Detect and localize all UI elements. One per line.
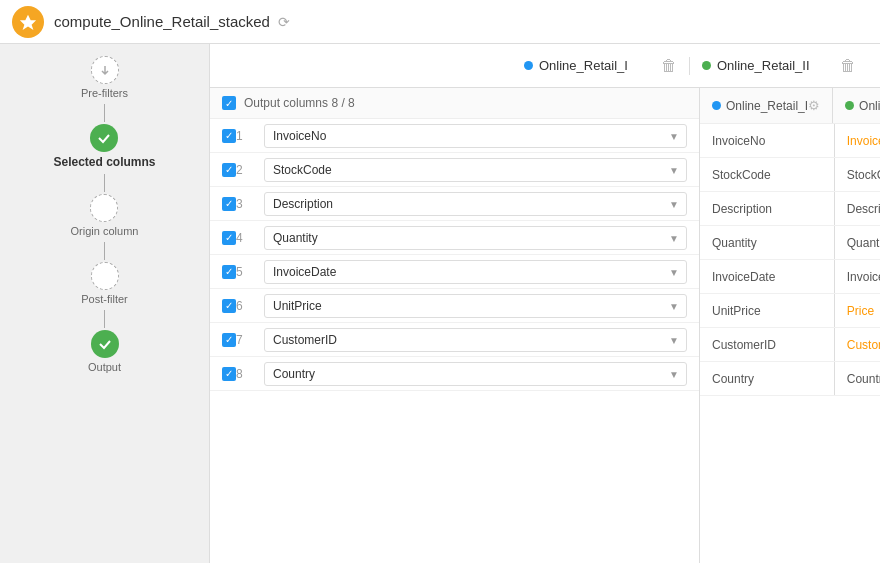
row-2-select[interactable]: StockCode [264,158,687,182]
sidebar-item-post-filter[interactable]: Post-filter [81,262,127,308]
dataset-dot-green [702,61,711,70]
mapping-cell-left-4: InvoiceDate [700,270,834,284]
column-count: Output columns 8 / 8 [244,96,355,110]
row-8-num: 8 [236,367,256,381]
dataset-left-header: Online_Retail_I 🗑 [512,57,690,75]
row-4-select[interactable]: Quantity [264,226,687,250]
trash-icon-right[interactable]: 🗑 [840,57,856,75]
list-item: InvoiceNo Invoice [700,124,880,158]
content-area: Output columns 8 / 8 1 InvoiceNo ▼ [210,88,880,563]
main-content: Online_Retail_I 🗑 Online_Retail_II 🗑 Out… [210,44,880,563]
columns-list: 1 InvoiceNo ▼ 2 [210,119,699,563]
dataset-header-row: Online_Retail_I 🗑 Online_Retail_II 🗑 [210,44,880,88]
pre-filters-circle [91,56,119,84]
selected-columns-circle [90,124,118,152]
table-row: 7 CustomerID ▼ [210,323,699,357]
sidebar-item-origin-column[interactable]: Origin column [71,194,139,240]
row-2-num: 2 [236,163,256,177]
list-item: CustomerID Customer ID [700,328,880,362]
row-1-select[interactable]: InvoiceNo [264,124,687,148]
row-8-checkbox[interactable] [222,367,236,381]
columns-panel: Output columns 8 / 8 1 InvoiceNo ▼ [210,88,700,563]
trash-icon-left[interactable]: 🗑 [661,57,677,75]
dataset-name-right: Online_Retail_II [717,58,810,73]
post-filter-circle [91,262,119,290]
mapping-cell-left-7: Country [700,372,834,386]
post-filter-label: Post-filter [81,293,127,305]
sync-icon[interactable]: ⟳ [278,14,290,30]
svg-marker-0 [20,14,36,29]
app-header: compute_Online_Retail_stacked ⟳ [0,0,880,44]
table-row: 5 InvoiceDate ▼ [210,255,699,289]
mapping-cell-right-4: InvoiceDate [835,270,880,284]
list-item: Quantity Quantity [700,226,880,260]
mapping-cell-right-0: Invoice [835,134,880,148]
sidebar-item-selected-columns[interactable]: Selected columns [53,124,155,172]
row-5-num: 5 [236,265,256,279]
sidebar-item-output[interactable]: Output [88,330,121,376]
mapping-dot-green [845,101,854,110]
row-2-checkbox[interactable] [222,163,236,177]
main-layout: Pre-filters Selected columns Origin colu… [0,44,880,563]
row-6-checkbox[interactable] [222,299,236,313]
row-6-num: 6 [236,299,256,313]
pre-filters-label: Pre-filters [81,87,128,99]
row-3-select-wrap: Description ▼ [264,192,687,216]
mapping-cell-right-6: Customer ID [835,338,880,352]
check-icon [97,131,111,145]
dataset-right-header: Online_Retail_II 🗑 [690,57,868,75]
connector-4 [104,310,105,328]
row-7-select[interactable]: CustomerID [264,328,687,352]
mapping-cell-left-5: UnitPrice [700,304,834,318]
row-4-checkbox[interactable] [222,231,236,245]
row-1-num: 1 [236,129,256,143]
page-title: compute_Online_Retail_stacked [54,13,270,30]
list-item: Country Country [700,362,880,396]
list-item: Description Description [700,192,880,226]
sidebar: Pre-filters Selected columns Origin colu… [0,44,210,563]
connector-3 [104,242,105,260]
select-all-checkbox[interactable] [222,96,236,110]
mapping-col2-label: Online_Retail_II [859,99,880,113]
row-7-select-wrap: CustomerID ▼ [264,328,687,352]
table-row: 1 InvoiceNo ▼ [210,119,699,153]
mapping-cell-left-3: Quantity [700,236,834,250]
row-5-checkbox[interactable] [222,265,236,279]
mapping-cell-left-2: Description [700,202,834,216]
table-row: 4 Quantity ▼ [210,221,699,255]
mapping-gear-left[interactable]: ⚙ [808,98,820,113]
mapping-cell-right-3: Quantity [835,236,880,250]
row-6-select[interactable]: UnitPrice [264,294,687,318]
row-3-checkbox[interactable] [222,197,236,211]
table-row: 2 StockCode ▼ [210,153,699,187]
dataset-name-left: Online_Retail_I [539,58,628,73]
row-1-select-wrap: InvoiceNo ▼ [264,124,687,148]
origin-column-label: Origin column [71,225,139,237]
row-5-select[interactable]: InvoiceDate [264,260,687,284]
dataset-dot-blue [524,61,533,70]
dataset-header-right: Online_Retail_I 🗑 Online_Retail_II 🗑 [512,57,868,75]
list-item: InvoiceDate InvoiceDate [700,260,880,294]
row-8-select[interactable]: Country [264,362,687,386]
mapping-col2-header: Online_Retail_II ⚙ [833,98,880,113]
mapping-cell-left-0: InvoiceNo [700,134,834,148]
row-4-select-wrap: Quantity ▼ [264,226,687,250]
output-circle [91,330,119,358]
mapping-cell-right-2: Description [835,202,880,216]
mapping-rows: InvoiceNo Invoice StockCode StockCode De… [700,124,880,563]
mapping-cell-left-6: CustomerID [700,338,834,352]
check-icon-output [98,337,112,351]
mapping-header: Online_Retail_I ⚙ Online_Retail_II ⚙ [700,88,880,124]
logo-icon [19,13,37,31]
row-3-select[interactable]: Description [264,192,687,216]
row-3-num: 3 [236,197,256,211]
sidebar-item-pre-filters[interactable]: Pre-filters [81,56,128,102]
table-row: 8 Country ▼ [210,357,699,391]
connector-2 [104,174,105,192]
table-row: 6 UnitPrice ▼ [210,289,699,323]
mapping-col1-label: Online_Retail_I [726,99,808,113]
row-1-checkbox[interactable] [222,129,236,143]
row-7-checkbox[interactable] [222,333,236,347]
list-item: StockCode StockCode [700,158,880,192]
columns-header: Output columns 8 / 8 [210,88,699,119]
